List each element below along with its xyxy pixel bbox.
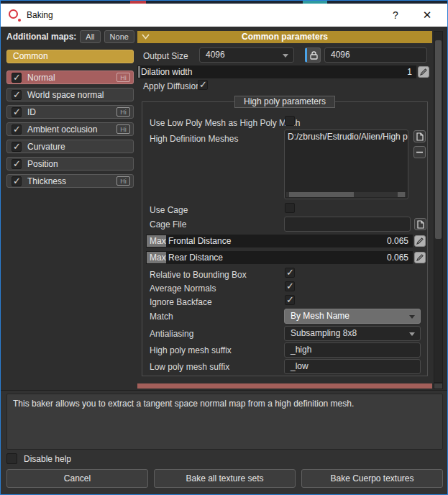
hi-badge: Hi	[116, 107, 130, 117]
cage-file-label: Cage File	[150, 219, 186, 230]
remove-mesh-button[interactable]	[413, 146, 426, 158]
bake-current-textures-button[interactable]: Bake Cuerpo textures	[301, 469, 443, 488]
use-cage-label: Use Cage	[150, 205, 188, 215]
match-label: Match	[150, 312, 173, 322]
disable-help-checkbox[interactable]	[6, 453, 17, 464]
high-definition-meshes-label: High Definition Meshes	[150, 134, 238, 144]
max-rear-distance-slider[interactable]: Max Rear Distance 0.065	[146, 251, 413, 264]
sidebar: Additional maps: All None Common Normal …	[6, 29, 134, 191]
low-poly-suffix-label: Low poly mesh suffix	[150, 362, 229, 372]
output-size-height-field[interactable]: 4096	[324, 47, 427, 63]
sidebar-item-position[interactable]: Position	[6, 157, 134, 171]
lock-icon	[310, 51, 318, 60]
sidebar-item-ambient-occlusion[interactable]: Ambient occlusion Hi	[6, 122, 134, 136]
dilation-width-slider[interactable]: Dilation width 1	[137, 65, 416, 78]
hi-badge: Hi	[116, 73, 130, 82]
additional-maps-label: Additional maps:	[6, 32, 76, 42]
vertical-scrollbar[interactable]	[434, 31, 443, 383]
use-low-poly-label: Use Low Poly Mesh as High Poly Mesh	[150, 118, 300, 128]
file-icon	[416, 132, 424, 141]
apply-diffusion-checkbox[interactable]	[198, 80, 208, 90]
substance-painter-icon	[9, 9, 21, 22]
use-low-poly-checkbox[interactable]	[285, 116, 295, 126]
help-text-box: This baker allows you to extract a tange…	[6, 394, 443, 450]
position-checkbox[interactable]	[12, 159, 22, 169]
relative-to-bounding-box-label: Relative to Bounding Box	[150, 270, 247, 280]
ignore-backface-label: Ignore Backface	[150, 297, 212, 307]
none-button[interactable]: None	[104, 30, 134, 43]
max-frontal-distance-value: 0.065	[387, 236, 408, 246]
file-icon	[417, 220, 424, 229]
dilation-width-edit-button[interactable]	[418, 66, 429, 78]
titlebar: Baking ? ✕	[1, 4, 447, 27]
output-size-label: Output Size	[143, 51, 188, 61]
minus-icon	[416, 151, 423, 153]
sidebar-item-world-space-normal[interactable]: World space normal	[6, 88, 134, 101]
parameters-panel: Common parameters Output Size 4096 4096 …	[137, 31, 432, 43]
id-checkbox[interactable]	[12, 107, 22, 117]
sidebar-item-id[interactable]: ID Hi	[6, 105, 134, 119]
sidebar-item-common[interactable]: Common	[6, 50, 134, 63]
max-rear-distance-edit-button[interactable]	[414, 252, 426, 263]
max-frontal-distance-label: Max Frontal Distance	[150, 236, 231, 246]
common-parameters-header[interactable]: Common parameters	[137, 31, 432, 43]
disable-help-label: Disable help	[24, 454, 71, 464]
thickness-checkbox[interactable]	[12, 176, 22, 186]
output-size-lock-button[interactable]	[305, 47, 321, 63]
antialiasing-dropdown[interactable]: Subsampling 8x8	[284, 326, 421, 341]
pencil-icon	[416, 254, 424, 261]
chevron-down-icon	[409, 332, 415, 336]
apply-diffusion-label: Apply Diffusion	[143, 81, 201, 91]
high-poly-parameters-group: High poly parameters Use Low Poly Mesh a…	[142, 101, 428, 376]
cancel-button[interactable]: Cancel	[6, 469, 148, 488]
titlebar-help-button[interactable]: ?	[381, 4, 410, 27]
max-frontal-distance-slider[interactable]: Max Frontal Distance 0.065	[146, 235, 413, 247]
vscroll-thumb[interactable]	[435, 40, 442, 239]
mesh-list-item[interactable]: D:/zbrush/Estrudio/Alien/High po	[285, 130, 408, 143]
normal-parameters-header-clipped[interactable]	[137, 383, 432, 389]
dilation-width-label: Dilation width	[141, 67, 192, 77]
bake-all-texture-sets-button[interactable]: Bake all texture sets	[154, 469, 296, 488]
curvature-checkbox[interactable]	[12, 142, 22, 152]
disable-help-row[interactable]: Disable help	[6, 453, 71, 464]
sidebar-item-curvature[interactable]: Curvature	[6, 140, 134, 153]
hi-badge: Hi	[116, 124, 130, 134]
horizontal-scrollbar[interactable]	[286, 192, 406, 197]
normal-checkbox[interactable]	[12, 73, 22, 83]
baking-dialog: Baking ? ✕ Additional maps: All None Com…	[0, 0, 448, 495]
vscroll-corner[interactable]	[434, 383, 443, 389]
hscroll-endcap[interactable]	[398, 192, 405, 197]
sidebar-item-thickness[interactable]: Thickness Hi	[6, 174, 134, 188]
cage-file-field[interactable]	[284, 217, 411, 232]
pencil-icon	[420, 68, 427, 76]
ambient-occlusion-checkbox[interactable]	[12, 124, 22, 135]
antialiasing-label: Antialiasing	[150, 329, 193, 339]
high-poly-suffix-field[interactable]: _high	[284, 342, 421, 358]
low-poly-suffix-field[interactable]: _low	[284, 359, 421, 374]
max-rear-distance-label: Max Rear Distance	[150, 253, 223, 263]
chevron-down-icon	[409, 315, 415, 319]
close-icon[interactable]: ✕	[413, 4, 442, 27]
relative-to-bounding-box-checkbox[interactable]	[285, 268, 295, 278]
ignore-backface-checkbox[interactable]	[285, 295, 295, 305]
slider-fill	[138, 66, 140, 78]
sidebar-item-normal[interactable]: Normal Hi	[6, 71, 134, 84]
dilation-width-value: 1	[407, 67, 412, 77]
world-space-normal-checkbox[interactable]	[12, 90, 22, 100]
chevron-down-icon	[283, 54, 288, 58]
hi-badge: Hi	[116, 176, 130, 186]
average-normals-checkbox[interactable]	[285, 281, 295, 291]
pencil-icon	[416, 237, 424, 245]
high-definition-meshes-list[interactable]: D:/zbrush/Estrudio/Alien/High po	[284, 130, 408, 199]
hscroll-thumb[interactable]	[289, 192, 354, 197]
average-normals-label: Average Normals	[150, 283, 216, 294]
browse-cage-file-button[interactable]	[414, 218, 426, 230]
use-cage-checkbox[interactable]	[285, 203, 295, 213]
match-dropdown[interactable]: By Mesh Name	[284, 309, 421, 324]
max-frontal-distance-edit-button[interactable]	[414, 235, 426, 247]
all-button[interactable]: All	[80, 30, 100, 43]
add-mesh-file-button[interactable]	[413, 130, 426, 142]
high-poly-suffix-label: High poly mesh suffix	[150, 345, 232, 355]
chevron-down-icon	[142, 34, 150, 40]
output-size-dropdown[interactable]: 4096	[199, 47, 294, 63]
